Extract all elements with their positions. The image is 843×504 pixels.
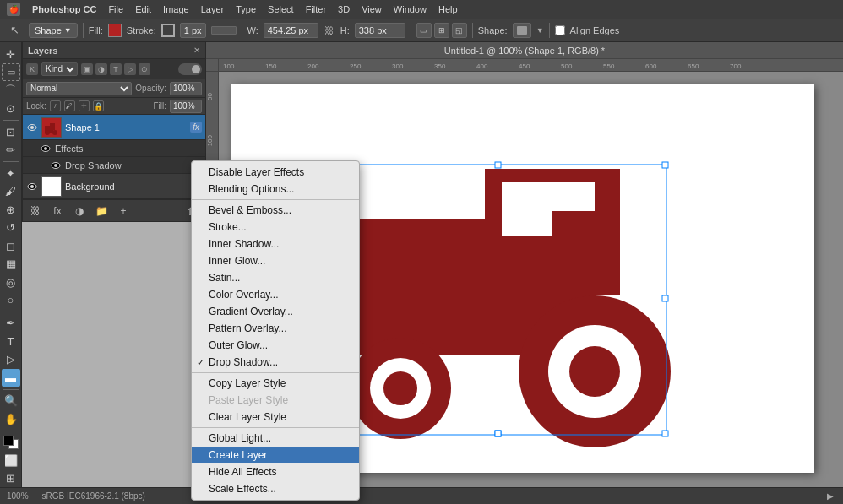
tool-brush[interactable]: 🖌 [2,182,20,199]
shape-dropdown[interactable]: Shape ▼ [29,23,78,38]
tool-eraser[interactable]: ◻ [2,237,20,254]
ctx-copy-style[interactable]: Copy Layer Style [192,375,359,392]
menu-edit[interactable]: Edit [135,4,151,14]
layer-row-shape1[interactable]: Shape 1 fx [23,115,205,140]
lock-image-btn[interactable]: 🖌 [64,100,75,111]
ctx-inner-glow[interactable]: Inner Glow... [192,252,359,269]
ctx-pattern-overlay[interactable]: Pattern Overlay... [192,320,359,337]
ctx-global-light[interactable]: Global Light... [192,430,359,447]
ctx-hide-effects[interactable]: Hide All Effects [192,463,359,480]
tool-quick-select[interactable]: ⊙ [2,100,20,117]
menu-image[interactable]: Image [163,4,189,14]
ctx-disable-effects[interactable]: Disable Layer Effects [192,164,359,181]
tool-hand[interactable]: ✋ [2,410,20,427]
effects-row[interactable]: Effects [23,140,205,157]
drop-shadow-visibility-icon[interactable] [50,160,62,171]
filter-kind-dropdown[interactable]: Kind [41,62,78,76]
link-layers-btn[interactable]: ⛓ [28,203,43,219]
fill-color-box[interactable] [108,24,122,37]
tool-healing[interactable]: ✦ [2,165,20,182]
move-tool-icon[interactable]: ↖ [5,21,24,40]
add-effect-btn[interactable]: fx [50,203,65,219]
ctx-blending-options[interactable]: Blending Options... [192,181,359,198]
height-input[interactable]: 338 px [355,23,405,38]
ctx-gradient-overlay[interactable]: Gradient Overlay... [192,303,359,320]
tool-pen[interactable]: ✒ [2,315,20,332]
foreground-background-colors[interactable] [2,434,20,451]
menu-layer[interactable]: Layer [201,4,225,14]
align-left-icon[interactable]: ▭ [416,23,432,38]
status-arrow-icon[interactable]: ▶ [824,490,836,502]
filter-smart-icon[interactable]: ⊙ [139,63,150,75]
tool-path-select[interactable]: ▷ [2,351,20,368]
lock-all-btn[interactable]: 🔒 [93,100,104,111]
blend-mode-dropdown[interactable]: Normal [26,82,132,95]
stroke-style-selector[interactable] [211,26,237,35]
tool-zoom[interactable]: 🔍 [2,393,20,409]
tool-move[interactable]: ✛ [2,46,20,62]
layer-visibility-background[interactable] [26,181,38,192]
filter-pixel-icon[interactable]: ▣ [81,63,93,75]
ctx-satin[interactable]: Satin... [192,269,359,286]
filter-type-icon[interactable]: T [110,63,122,75]
effects-visibility-icon[interactable] [40,143,52,154]
width-input[interactable]: 454.25 px [264,23,318,38]
stroke-color-box[interactable] [161,24,175,37]
tool-marquee[interactable]: ▭ [2,63,20,81]
tool-type[interactable]: T [2,333,20,350]
layer-row-background[interactable]: Background 🔒 [23,174,205,199]
ctx-drop-shadow[interactable]: ✓ Drop Shadow... [192,354,359,371]
ctx-create-layer[interactable]: Create Layer [192,447,359,463]
ctx-bevel-emboss[interactable]: Bevel & Emboss... [192,202,359,219]
tool-history-brush[interactable]: ↺ [2,219,20,236]
menu-window[interactable]: Window [394,4,427,14]
opacity-input[interactable] [170,82,202,95]
fill-input[interactable] [170,100,202,113]
stroke-width-input[interactable]: 1 px [180,23,206,38]
lock-position-btn[interactable]: ✛ [79,100,90,111]
filter-shape-icon[interactable]: ▷ [124,63,136,75]
add-mask-btn[interactable]: ◑ [72,203,87,219]
menu-view[interactable]: View [362,4,382,14]
tool-lasso[interactable]: ⌒ [2,82,20,99]
filter-adjustment-icon[interactable]: ◑ [95,63,107,75]
ctx-color-overlay[interactable]: Color Overlay... [192,286,359,303]
tool-blur[interactable]: ◎ [2,274,20,290]
tool-gradient[interactable]: ▦ [2,255,20,272]
layer-fx-badge[interactable]: fx [190,122,202,133]
tool-eyedropper[interactable]: ✏ [2,142,20,159]
ctx-paste-style-label: Paste Layer Style [209,394,288,406]
tool-crop[interactable]: ⊡ [2,123,20,140]
ctx-clear-style[interactable]: Clear Layer Style [192,409,359,425]
menu-help[interactable]: Help [438,4,458,14]
filter-kind-icon[interactable]: K [26,63,38,75]
align-center-icon[interactable]: ⊞ [434,23,449,38]
ctx-outer-glow[interactable]: Outer Glow... [192,337,359,354]
new-group-btn[interactable]: 📁 [94,203,109,219]
apple-logo-icon[interactable]: 🍎 [7,3,20,16]
menu-file[interactable]: File [108,4,123,14]
tool-dodge[interactable]: ○ [2,291,20,308]
menu-3d[interactable]: 3D [338,4,350,14]
tool-mask[interactable]: ⬜ [2,452,20,469]
tool-screen-mode[interactable]: ⊞ [2,469,20,486]
ctx-inner-shadow[interactable]: Inner Shadow... [192,236,359,252]
link-dimensions-icon[interactable]: ⛓ [324,24,335,36]
ctx-clear-style-label: Clear Layer Style [209,411,286,423]
drop-shadow-row[interactable]: Drop Shadow [23,157,205,174]
align-right-icon[interactable]: ◱ [452,23,467,38]
new-layer-btn[interactable]: + [116,203,131,219]
ctx-stroke[interactable]: Stroke... [192,219,359,236]
menu-select[interactable]: Select [268,4,294,14]
shape-picker-icon[interactable] [513,23,531,38]
tool-shape[interactable]: ▬ [2,369,20,386]
panel-close-btn[interactable]: ✕ [193,46,200,55]
menu-filter[interactable]: Filter [306,4,326,14]
align-edges-checkbox[interactable] [555,25,565,35]
ctx-scale-effects[interactable]: Scale Effects... [192,480,359,497]
layer-visibility-shape1[interactable] [26,122,38,133]
menu-type[interactable]: Type [236,4,256,14]
filter-toggle[interactable] [178,63,202,75]
tool-clone[interactable]: ⊕ [2,201,20,218]
lock-transparent-btn[interactable]: / [50,100,61,111]
